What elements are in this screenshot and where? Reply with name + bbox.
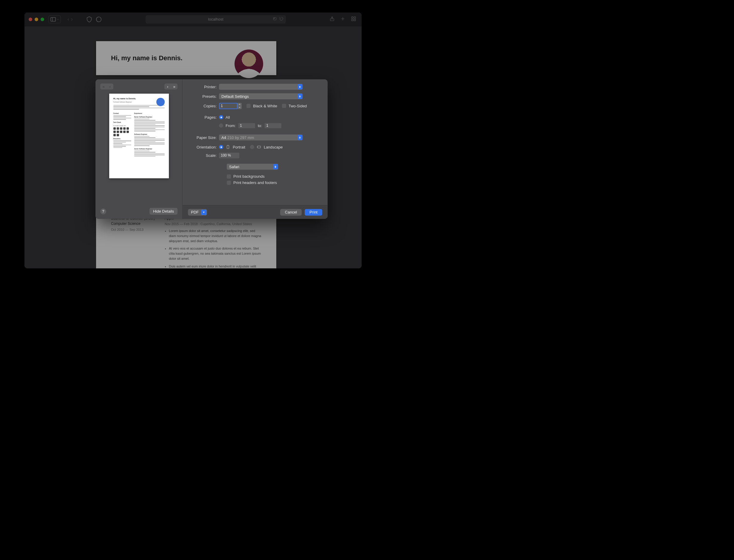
chevron-down-icon xyxy=(201,210,206,215)
orientation-portrait-radio[interactable] xyxy=(219,145,223,149)
print-backgrounds-label: Print backgrounds xyxy=(233,174,265,179)
cancel-button[interactable]: Cancel xyxy=(280,209,302,216)
two-sided-label: Two-Sided xyxy=(288,104,307,108)
paper-size-label: Paper Size: xyxy=(190,135,219,140)
print-button[interactable]: Print xyxy=(305,209,322,216)
presets-label: Presets: xyxy=(190,94,219,99)
scale-field[interactable]: 100 % xyxy=(219,153,239,158)
pages-to-field[interactable]: 1 xyxy=(264,123,282,129)
preview-first-page: « xyxy=(100,83,107,89)
preview-thumbnail[interactable]: Hi, my name is Dennis. Fullstack Softwar… xyxy=(109,94,169,178)
preview-last-page[interactable]: » xyxy=(171,83,177,89)
print-headers-label: Print headers and footers xyxy=(233,180,277,185)
scale-label: Scale: xyxy=(190,153,219,158)
printer-label: Printer: xyxy=(190,85,219,89)
presets-popup[interactable]: Default Settings xyxy=(219,93,302,99)
orientation-landscape-radio[interactable] xyxy=(250,145,254,149)
print-dialog: « ‹ › » Hi, my name is Dennis. Fullstack… xyxy=(95,79,327,219)
landscape-icon xyxy=(256,145,261,149)
svg-rect-13 xyxy=(257,146,261,148)
portrait-icon xyxy=(225,145,230,149)
pages-label: Pages: xyxy=(190,115,219,120)
pages-to-label: to: xyxy=(258,123,262,128)
preview-prev-buttons: « ‹ xyxy=(100,83,113,89)
black-white-label: Black & White xyxy=(253,104,277,108)
copies-field[interactable]: 1 xyxy=(219,103,237,109)
pages-range-radio[interactable] xyxy=(219,123,223,128)
svg-rect-12 xyxy=(227,146,229,149)
preview-pane: « ‹ › » Hi, my name is Dennis. Fullstack… xyxy=(95,79,183,219)
copies-stepper[interactable] xyxy=(237,103,242,109)
pages-all-label: All xyxy=(225,115,230,120)
preview-next-page[interactable]: › xyxy=(164,83,171,89)
paper-size-popup[interactable]: A4210 by 297 mm xyxy=(219,134,302,140)
black-white-checkbox[interactable] xyxy=(246,104,251,108)
pages-all-radio[interactable] xyxy=(219,115,223,119)
print-headers-checkbox[interactable] xyxy=(227,181,231,185)
two-sided-checkbox[interactable] xyxy=(282,104,286,108)
orientation-label: Orientation: xyxy=(190,145,219,149)
copies-label: Copies: xyxy=(190,104,219,108)
safari-window: ‹ › localhost Hi, my name is Dennis. xyxy=(24,13,361,268)
help-button[interactable]: ? xyxy=(100,208,106,214)
printer-popup[interactable] xyxy=(219,84,302,90)
pdf-menu-button[interactable]: PDF xyxy=(188,209,207,216)
pages-from-label: From: xyxy=(225,123,236,128)
preview-prev-page: ‹ xyxy=(107,83,113,89)
hide-details-button[interactable]: Hide Details xyxy=(149,208,177,215)
print-backgrounds-checkbox[interactable] xyxy=(227,174,231,179)
orientation-portrait-label: Portrait xyxy=(233,145,245,149)
app-options-popup[interactable]: Safari xyxy=(227,164,278,170)
orientation-landscape-label: Landscape xyxy=(264,145,283,149)
pages-from-field[interactable]: 1 xyxy=(238,123,255,129)
dialog-footer: PDF Cancel Print xyxy=(183,205,327,219)
print-options: Printer: Presets: Default Settings Copie… xyxy=(183,79,327,219)
